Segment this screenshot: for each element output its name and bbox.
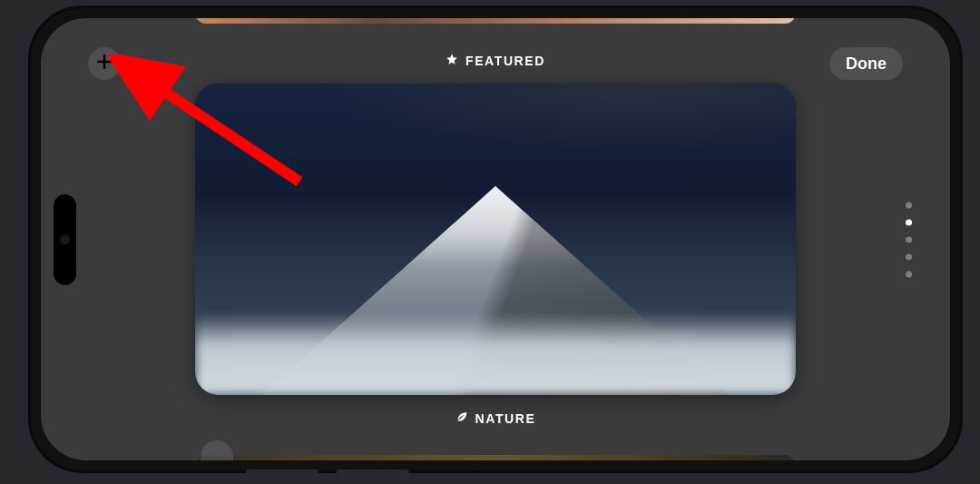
page-indicator[interactable] [906, 202, 912, 277]
section-label-text: FEATURED [466, 54, 545, 68]
dynamic-island [54, 194, 76, 285]
screen: FEATURED Done [41, 18, 950, 460]
page-dot[interactable] [906, 236, 912, 242]
section-label-featured: FEATURED [41, 53, 950, 68]
volume-button [246, 469, 318, 475]
done-button[interactable]: Done [829, 47, 903, 80]
plus-icon [95, 53, 113, 75]
page-dot[interactable] [906, 202, 912, 208]
wallpaper-card[interactable] [195, 84, 796, 395]
next-card-handle[interactable] [201, 440, 233, 460]
page-dot[interactable] [906, 253, 912, 260]
page-dot-active[interactable] [906, 219, 912, 225]
section-label-text: NATURE [475, 411, 536, 426]
iphone-frame: FEATURED Done [23, 0, 968, 479]
done-label: Done [846, 54, 887, 74]
next-card-peek[interactable] [195, 455, 796, 460]
leaf-icon [456, 410, 468, 426]
front-camera [60, 234, 70, 244]
add-button[interactable] [88, 47, 121, 80]
section-label-nature: NATURE [41, 410, 950, 426]
volume-button [337, 469, 409, 475]
star-icon [446, 53, 458, 68]
wallpaper-mountain [195, 214, 796, 395]
page-dot[interactable] [906, 271, 912, 277]
prev-card-peek[interactable] [195, 18, 796, 24]
